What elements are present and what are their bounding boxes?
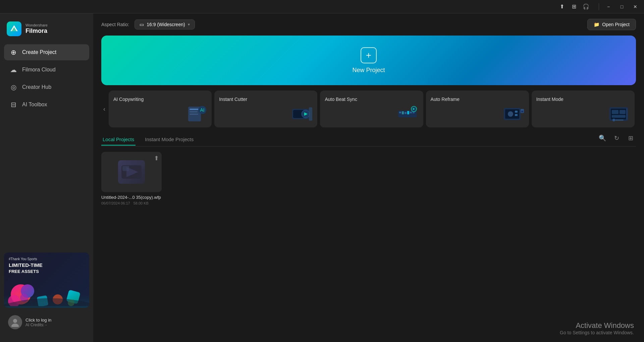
grid-view-button[interactable]: ⊞ xyxy=(625,133,636,144)
svg-rect-39 xyxy=(620,110,626,114)
sidebar-nav: ⊕ Create Project ☁ Filmora Cloud ◎ Creat… xyxy=(0,44,93,113)
open-project-label: Open Project xyxy=(602,22,630,27)
activate-windows-subtitle: Go to Settings to activate Windows. xyxy=(560,330,634,335)
headset-icon-btn[interactable]: 🎧 xyxy=(581,2,591,11)
filmora-cloud-icon: ☁ xyxy=(9,66,17,74)
project-size: 58.00 KB xyxy=(133,201,149,205)
auto-beat-sync-icon xyxy=(396,104,420,124)
svg-point-31 xyxy=(508,111,513,117)
tab-local-projects[interactable]: Local Projects xyxy=(101,134,136,146)
layout-icon-btn[interactable]: ⊞ xyxy=(569,2,579,11)
aspect-ratio-label: Aspect Ratio: xyxy=(101,22,129,27)
svg-rect-11 xyxy=(190,111,198,112)
svg-rect-40 xyxy=(612,115,626,118)
auto-beat-sync-label: Auto Beat Sync xyxy=(325,97,418,102)
chevron-down-icon: ▾ xyxy=(188,22,190,27)
instant-cutter-label: Instant Cutter xyxy=(219,97,313,102)
folder-icon: 📁 xyxy=(594,22,599,27)
ai-toolbox-icon: ⊟ xyxy=(9,101,17,109)
feature-card-instant-cutter[interactable]: Instant Cutter xyxy=(214,91,317,127)
sidebar-item-create-project[interactable]: ⊕ Create Project xyxy=(4,44,89,60)
instant-mode-label: Instant Mode xyxy=(536,97,630,102)
svg-rect-26 xyxy=(413,112,415,113)
projects-tabs: Local Projects Instant Mode Projects 🔍 ↻… xyxy=(101,133,636,147)
svg-point-8 xyxy=(11,324,19,327)
user-login-label: Click to log in xyxy=(25,318,51,323)
svg-rect-19 xyxy=(309,107,312,121)
feature-card-auto-beat-sync[interactable]: Auto Beat Sync xyxy=(320,91,423,127)
ai-copywriting-icon: AI xyxy=(185,104,208,124)
promo-title: LIMITED-TIME xyxy=(9,262,85,268)
product-name: Filmora xyxy=(25,27,48,35)
aspect-ratio-icon: ▭ xyxy=(140,22,144,27)
auto-reframe-icon xyxy=(502,104,526,124)
sidebar-logo-text: Wondershare Filmora xyxy=(25,23,48,35)
upload-icon-btn[interactable]: ⬆ xyxy=(556,2,567,11)
feature-card-auto-reframe[interactable]: Auto Reframe xyxy=(426,91,529,127)
sidebar-promo-banner[interactable]: #Thank You Sports LIMITED-TIME FREE ASSE… xyxy=(4,252,89,308)
feature-card-instant-mode[interactable]: Instant Mode xyxy=(532,91,635,127)
project-meta: 06/07/2024 06:17 58.00 KB xyxy=(101,201,162,205)
title-bar-icons: ⬆ ⊞ 🎧 xyxy=(556,2,591,11)
svg-point-42 xyxy=(612,119,615,121)
promo-svg-decoration xyxy=(4,286,89,306)
open-project-button[interactable]: 📁 Open Project xyxy=(587,19,636,30)
projects-tab-actions: 🔍 ↻ ⊞ xyxy=(597,133,636,146)
sidebar-bottom: #Thank You Sports LIMITED-TIME FREE ASSE… xyxy=(0,248,93,337)
svg-rect-21 xyxy=(399,112,401,113)
activate-windows-title: Activate Windows xyxy=(560,321,634,330)
minimize-button[interactable]: − xyxy=(603,2,614,11)
main-layout: Wondershare Filmora ⊕ Create Project ☁ F… xyxy=(0,13,644,342)
aspect-ratio-select[interactable]: ▭ 16:9 (Widescreen) ▾ xyxy=(135,19,195,30)
new-project-plus-icon: + xyxy=(361,47,377,63)
activate-windows-notice: Activate Windows Go to Settings to activ… xyxy=(560,321,634,335)
ai-copywriting-label: AI Copywriting xyxy=(113,97,207,102)
user-info: Click to log in AI Credits: - xyxy=(25,318,51,327)
promo-tag: #Thank You Sports xyxy=(9,257,85,261)
tab-instant-mode-projects[interactable]: Instant Mode Projects xyxy=(144,134,195,146)
maximize-button[interactable]: □ xyxy=(616,2,627,11)
project-name: Untitled-2024-...0 35(copy).wfp xyxy=(101,195,162,200)
user-credits-label: AI Credits: - xyxy=(25,323,51,327)
instant-mode-icon xyxy=(608,104,631,124)
sidebar-item-filmora-cloud[interactable]: ☁ Filmora Cloud xyxy=(4,62,89,78)
svg-point-7 xyxy=(13,319,17,323)
svg-text:AI: AI xyxy=(200,107,205,113)
new-project-banner[interactable]: + New Project xyxy=(101,36,636,85)
svg-rect-32 xyxy=(515,111,518,113)
sidebar-item-label-create-project: Create Project xyxy=(22,49,56,55)
svg-rect-25 xyxy=(410,112,412,113)
sidebar-promo-content: #Thank You Sports LIMITED-TIME FREE ASSE… xyxy=(4,252,89,279)
content-header: Aspect Ratio: ▭ 16:9 (Widescreen) ▾ 📁 Op… xyxy=(93,13,644,36)
instant-cutter-icon xyxy=(290,104,314,124)
sidebar: Wondershare Filmora ⊕ Create Project ☁ F… xyxy=(0,13,93,342)
sidebar-item-label-creator-hub: Creator Hub xyxy=(22,84,51,90)
promo-subtitle: FREE ASSETS xyxy=(9,269,85,274)
refresh-button[interactable]: ↻ xyxy=(611,133,622,144)
project-graphic xyxy=(118,160,145,184)
svg-rect-22 xyxy=(402,111,404,114)
sidebar-item-creator-hub[interactable]: ◎ Creator Hub xyxy=(4,79,89,95)
feature-card-ai-copywriting[interactable]: AI Copywriting AI xyxy=(109,91,212,127)
new-project-label: New Project xyxy=(352,67,385,74)
svg-rect-33 xyxy=(515,114,518,116)
auto-reframe-label: Auto Reframe xyxy=(431,97,524,102)
cards-prev-button[interactable]: ‹ xyxy=(101,91,107,127)
svg-rect-46 xyxy=(122,166,129,171)
projects-section: Local Projects Instant Mode Projects 🔍 ↻… xyxy=(93,133,644,342)
close-button[interactable]: ✕ xyxy=(630,2,641,11)
svg-rect-41 xyxy=(626,109,627,119)
feature-cards-row: ‹ AI Copywriting AI Instant Cutter xyxy=(101,91,636,127)
aspect-ratio-value: 16:9 (Widescreen) xyxy=(147,22,185,27)
svg-rect-35 xyxy=(521,111,523,112)
sidebar-item-ai-toolbox[interactable]: ⊟ AI Toolbox xyxy=(4,97,89,113)
project-card[interactable]: ⬆ Untitled-2024-...0 35(copy).wfp 06/07/… xyxy=(101,152,162,205)
svg-rect-38 xyxy=(612,110,619,114)
title-bar: ⬆ ⊞ 🎧 − □ ✕ xyxy=(0,0,644,13)
search-button[interactable]: 🔍 xyxy=(597,133,608,144)
create-project-icon: ⊕ xyxy=(9,48,17,56)
sidebar-user-section[interactable]: Click to log in AI Credits: - xyxy=(4,312,89,333)
project-thumbnail: ⬆ xyxy=(101,152,162,192)
sidebar-item-label-filmora-cloud: Filmora Cloud xyxy=(22,67,56,73)
content-area: Aspect Ratio: ▭ 16:9 (Widescreen) ▾ 📁 Op… xyxy=(93,13,644,342)
